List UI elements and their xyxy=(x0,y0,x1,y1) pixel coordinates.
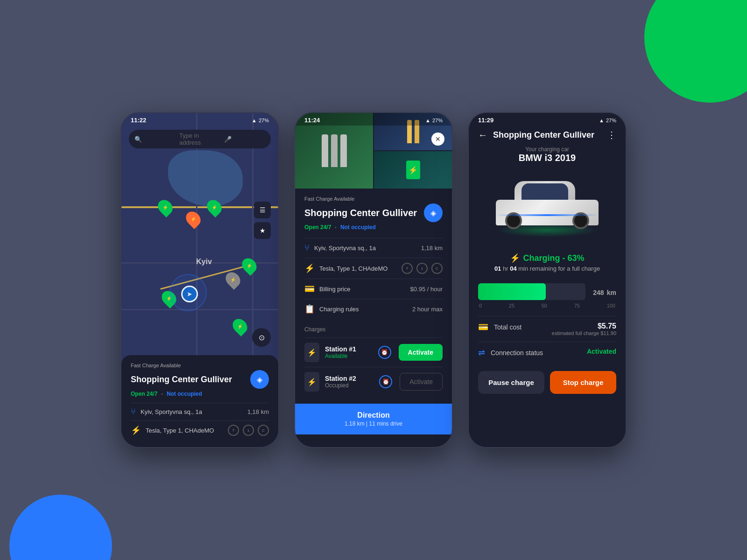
charge-content: 11:29 ▲ 27% ← Shopping Center Gulliver ⋮… xyxy=(469,113,626,447)
map-search-bar[interactable]: 🔍 Type in address 🎤 xyxy=(129,130,271,148)
km-unit: km xyxy=(607,289,616,296)
address-info: ⑂ Kyiv, Sportyvna sq., 1a xyxy=(304,243,376,253)
progress-track xyxy=(478,283,585,300)
filter-button[interactable]: ☰ xyxy=(254,202,271,218)
direction-button[interactable]: Direction 1.18 km | 11 mins drive xyxy=(295,404,452,434)
schedule-icon[interactable]: ⏰ xyxy=(378,346,391,359)
status-icons: ▲ 27% xyxy=(425,118,443,123)
phone-detail: 11:24 ▲ 27% ✕ xyxy=(294,112,453,448)
station-1-status: Available xyxy=(325,353,356,359)
location-button[interactable]: ⊙ xyxy=(252,328,271,347)
back-button[interactable]: ← xyxy=(478,130,487,140)
address-info: ⑂ Kyiv, Sportyvna sq., 1a xyxy=(131,407,202,417)
status-time: 11:29 xyxy=(478,117,493,124)
estimated-full-charge: estimated full charge $11.90 xyxy=(552,330,616,336)
charging-rules-row: 📋 Charging rules 2 hour max xyxy=(304,299,443,319)
car-section: Your charging car BMW i3 2019 xyxy=(469,146,626,249)
connector-icons: T 1 C xyxy=(402,263,443,274)
progress-section: 248 km 0 25 50 75 100 xyxy=(469,276,626,316)
bg-decoration-green xyxy=(644,0,747,103)
location-icon: ⑂ xyxy=(131,407,136,417)
car-model: BMW i3 2019 xyxy=(478,153,616,163)
station-2-info: Station #2 Occupied xyxy=(325,375,356,389)
total-cost-left: 💳 Total cost xyxy=(478,322,521,332)
progress-label-75: 75 xyxy=(574,303,580,308)
header-title: Shopping Center Gulliver xyxy=(493,130,601,140)
direction-label: Direction xyxy=(357,411,389,420)
billing-icon: 💳 xyxy=(478,322,488,332)
car-accent xyxy=(496,214,599,216)
plug-icon: ⚡ xyxy=(131,425,141,435)
direction-sub: 1.18 km | 11 mins drive xyxy=(345,420,402,427)
connector-icon-3: C xyxy=(431,263,443,274)
distance-text: 1,18 km xyxy=(421,245,443,252)
battery-icon: 27% xyxy=(432,118,443,123)
pause-charge-button[interactable]: Pause charge xyxy=(478,371,544,394)
charging-bolt-icon: ⚡ xyxy=(510,253,520,263)
connector-icon-1: T xyxy=(228,425,239,436)
status-time: 11:24 xyxy=(304,117,320,124)
search-placeholder: Type in address xyxy=(179,132,220,146)
connection-status-value: Activated xyxy=(587,348,616,355)
map-container: Kyiv ➤ 11:22 ▲ 27% 🔍 Type xyxy=(121,113,278,447)
navigate-button[interactable]: ◈ xyxy=(250,370,269,389)
phones-container: Kyiv ➤ 11:22 ▲ 27% 🔍 Type xyxy=(120,112,627,448)
charging-rules-value: 2 hour max xyxy=(412,306,443,313)
station-2-left: ⚡ Station #2 Occupied xyxy=(304,372,356,392)
wifi-icon: ▲ xyxy=(252,118,257,123)
your-car-label: Your charging car xyxy=(478,146,616,153)
more-options-button[interactable]: ⋮ xyxy=(607,129,616,140)
hr-label: hr xyxy=(503,265,510,272)
bg-decoration-blue xyxy=(9,495,112,560)
status-time: 11:22 xyxy=(131,117,146,124)
map-controls: ☰ ★ xyxy=(254,202,271,239)
station-2-name: Station #2 xyxy=(325,375,356,382)
total-cost-row: 💳 Total cost $5.75 estimated full charge… xyxy=(478,316,616,342)
billing-icon: 💳 xyxy=(304,284,315,294)
map-city-label: Kyiv xyxy=(196,258,212,266)
station-name: Shopping Center Gulliver xyxy=(304,208,417,218)
detail-title-row: Shopping Center Gulliver ◈ xyxy=(304,203,443,222)
connection-icon: ⇌ xyxy=(478,348,485,358)
station-2-icon: ⚡ xyxy=(304,372,319,392)
microphone-icon[interactable]: 🎤 xyxy=(224,136,265,143)
stop-charge-button[interactable]: Stop charge xyxy=(550,371,616,394)
status-icons: ▲ 27% xyxy=(599,118,616,123)
detail-status-row: Open 24/7 • Not occupied xyxy=(304,224,443,231)
status-bar: 11:24 ▲ 27% xyxy=(295,113,452,126)
favorites-button[interactable]: ★ xyxy=(254,222,271,239)
status-row: Open 24/7 • Not occupied xyxy=(131,391,269,397)
schedule-icon-2[interactable]: ⏰ xyxy=(379,375,392,388)
battery-icon: 27% xyxy=(259,118,269,123)
billing-label: Billing price xyxy=(319,286,350,293)
charging-rules-label: Charging rules xyxy=(319,306,359,313)
connection-status-row: ⇌ Connection status Activated xyxy=(478,342,616,364)
charging-time: 01 hr 04 min remaining for a full charge xyxy=(478,265,616,272)
address-text: Kyiv, Sportyvna sq., 1a xyxy=(314,245,376,252)
charging-text: Charging - 63% xyxy=(523,253,584,263)
fast-charge-label: Fast Charge Available xyxy=(131,363,269,368)
connector-icon-2: 1 xyxy=(243,425,254,436)
photo-3: ⚡ xyxy=(374,151,452,189)
activate-station-1-button[interactable]: Activate xyxy=(399,344,443,361)
connector-info: ⚡ Tesla, Type 1, CHAdeMO xyxy=(131,425,214,435)
connector-icons: T 1 C xyxy=(228,425,269,436)
detail-content: 11:24 ▲ 27% ✕ xyxy=(295,113,452,447)
navigate-button[interactable]: ◈ xyxy=(424,203,443,222)
car-body xyxy=(496,183,599,225)
battery-icon: 27% xyxy=(606,118,616,123)
progress-label-0: 0 xyxy=(479,303,482,308)
separator: • xyxy=(161,392,163,397)
billing-section: 💳 Total cost $5.75 estimated full charge… xyxy=(469,316,626,364)
connector-row: ⚡ Tesla, Type 1, CHAdeMO T 1 C xyxy=(131,420,269,440)
card-title-row: Shopping Center Gulliver ◈ xyxy=(131,370,269,389)
progress-label-100: 100 xyxy=(607,303,615,308)
connector-text: Tesla, Type 1, CHAdeMO xyxy=(146,427,214,434)
open-badge: Open 24/7 xyxy=(131,391,157,397)
activate-station-2-button[interactable]: Activate xyxy=(400,373,443,391)
open-badge: Open 24/7 xyxy=(304,224,331,231)
station-name: Shopping Center Gulliver xyxy=(131,375,232,385)
connector-info: ⚡ Tesla, Type 1, CHAdeMO xyxy=(304,263,388,273)
total-cost-value: $5.75 xyxy=(552,322,616,330)
close-button[interactable]: ✕ xyxy=(431,133,444,146)
